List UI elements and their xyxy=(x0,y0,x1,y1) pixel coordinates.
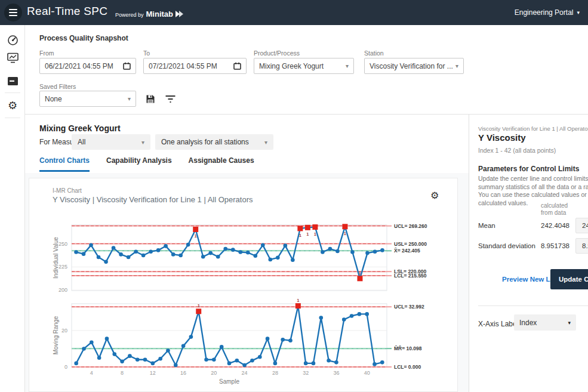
tab-control-charts[interactable]: Control Charts xyxy=(39,156,90,172)
data-point[interactable] xyxy=(304,362,308,366)
data-point[interactable] xyxy=(319,316,323,320)
data-point[interactable] xyxy=(143,357,147,362)
data-point[interactable] xyxy=(90,340,94,344)
data-point[interactable] xyxy=(327,359,331,363)
data-point[interactable] xyxy=(82,252,86,256)
update-control-limits-button[interactable]: Update Control Limits xyxy=(550,269,588,289)
data-point[interactable] xyxy=(238,250,242,254)
data-point[interactable] xyxy=(276,256,280,260)
menu-hamburger-icon[interactable] xyxy=(4,4,22,21)
data-point[interactable] xyxy=(231,248,235,252)
data-point[interactable] xyxy=(105,337,109,341)
sidebar-item-archive[interactable] xyxy=(0,76,25,86)
out-of-control-point[interactable] xyxy=(297,226,303,231)
data-point[interactable] xyxy=(204,357,208,362)
to-date-input[interactable]: 07/21/2021 04:55 PM xyxy=(143,58,247,74)
station-dropdown[interactable]: Viscosity Verification for ... ▾ xyxy=(364,58,464,74)
sidebar-item-monitor[interactable] xyxy=(0,53,25,63)
chart-settings-gear-icon[interactable]: ⚙︎ xyxy=(430,191,439,200)
out-of-control-point[interactable] xyxy=(357,276,362,281)
product-dropdown[interactable]: Mixing Greek Yogurt ▾ xyxy=(254,58,354,74)
mean-input[interactable] xyxy=(575,218,588,233)
data-point[interactable] xyxy=(261,243,265,248)
data-point[interactable] xyxy=(358,312,362,316)
data-point[interactable] xyxy=(220,345,224,349)
data-point[interactable] xyxy=(174,363,178,368)
data-point[interactable] xyxy=(350,250,355,254)
data-point[interactable] xyxy=(141,254,146,258)
data-point[interactable] xyxy=(227,362,232,366)
tab-capability-analysis[interactable]: Capability Analysis xyxy=(106,156,172,172)
calendar-icon[interactable] xyxy=(123,62,131,70)
data-point[interactable] xyxy=(134,249,138,254)
data-point[interactable] xyxy=(288,338,293,342)
calendar-icon[interactable] xyxy=(233,62,241,70)
out-of-control-point[interactable] xyxy=(196,308,201,314)
data-point[interactable] xyxy=(266,337,270,341)
data-point[interactable] xyxy=(372,362,377,366)
data-point[interactable] xyxy=(136,357,140,362)
data-point[interactable] xyxy=(281,338,285,342)
data-point[interactable] xyxy=(258,355,262,359)
data-point[interactable] xyxy=(201,255,205,259)
sidebar-item-settings[interactable]: ⚙︎ xyxy=(0,100,25,111)
tab-assignable-causes[interactable]: Assignable Causes xyxy=(189,156,254,172)
data-point[interactable] xyxy=(74,250,78,254)
data-point[interactable] xyxy=(151,362,155,366)
sidebar-item-dashboard[interactable] xyxy=(0,35,25,46)
data-point[interactable] xyxy=(269,258,273,262)
data-point[interactable] xyxy=(149,249,153,254)
data-point[interactable] xyxy=(242,363,247,368)
data-point[interactable] xyxy=(97,255,101,260)
data-point[interactable] xyxy=(97,356,101,360)
data-point[interactable] xyxy=(181,344,186,348)
data-point[interactable] xyxy=(216,255,220,259)
data-point[interactable] xyxy=(166,348,170,353)
portal-menu[interactable]: Engineering Portal ▾ xyxy=(515,8,580,17)
data-point[interactable] xyxy=(128,354,132,358)
data-point[interactable] xyxy=(120,360,124,364)
analysis-dropdown[interactable]: One analysis for all stations ▾ xyxy=(155,134,273,150)
data-point[interactable] xyxy=(178,254,183,258)
data-point[interactable] xyxy=(284,243,288,248)
data-point[interactable] xyxy=(112,246,116,250)
filter-button[interactable] xyxy=(164,92,177,106)
data-point[interactable] xyxy=(328,247,333,251)
data-point[interactable] xyxy=(119,252,123,257)
out-of-control-point[interactable] xyxy=(295,303,301,308)
data-point[interactable] xyxy=(291,258,295,262)
data-point[interactable] xyxy=(334,360,338,365)
data-point[interactable] xyxy=(158,357,162,361)
saved-filters-dropdown[interactable]: None ▾ xyxy=(39,91,136,107)
data-point[interactable] xyxy=(312,362,316,366)
data-point[interactable] xyxy=(335,249,340,254)
data-point[interactable] xyxy=(246,251,250,255)
data-point[interactable] xyxy=(212,357,216,362)
data-point[interactable] xyxy=(74,362,78,366)
data-point[interactable] xyxy=(112,352,116,356)
data-point[interactable] xyxy=(223,247,227,251)
data-point[interactable] xyxy=(365,251,370,255)
data-point[interactable] xyxy=(127,255,131,260)
data-point[interactable] xyxy=(104,260,108,264)
data-point[interactable] xyxy=(186,243,190,247)
data-point[interactable] xyxy=(189,335,193,339)
data-point[interactable] xyxy=(235,359,239,363)
from-date-input[interactable]: 06/21/2021 04:55 PM xyxy=(39,58,136,74)
save-filter-button[interactable] xyxy=(144,92,157,106)
data-point[interactable] xyxy=(321,250,325,254)
data-point[interactable] xyxy=(373,249,377,254)
data-point[interactable] xyxy=(164,244,168,248)
out-of-control-point[interactable] xyxy=(305,225,310,230)
data-point[interactable] xyxy=(365,312,369,316)
data-point[interactable] xyxy=(342,317,346,322)
data-point[interactable] xyxy=(82,347,86,351)
data-point[interactable] xyxy=(89,243,93,248)
data-point[interactable] xyxy=(253,254,257,258)
data-point[interactable] xyxy=(250,359,254,363)
measure-dropdown[interactable]: All ▾ xyxy=(72,134,150,150)
data-point[interactable] xyxy=(156,248,161,252)
data-point[interactable] xyxy=(273,362,278,366)
data-point[interactable] xyxy=(380,360,384,365)
out-of-control-point[interactable] xyxy=(342,224,347,229)
